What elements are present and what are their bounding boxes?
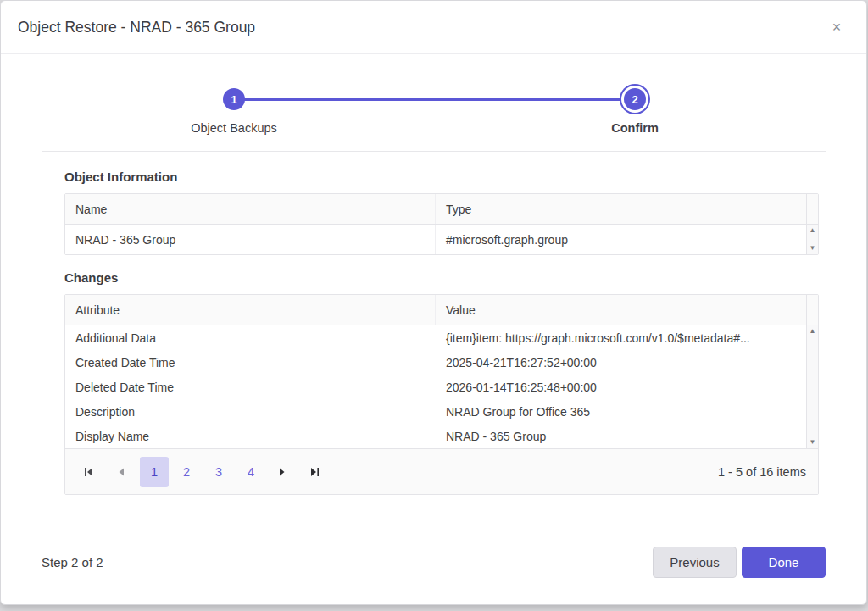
column-header-attribute: Attribute [65, 295, 436, 325]
dialog-footer: Step 2 of 2 Previous Done [42, 547, 826, 578]
table-row[interactable]: Created Date Time 2025-04-21T16:27:52+00… [65, 350, 806, 375]
changes-pager: 1 2 3 4 1 - 5 of 16 items [65, 448, 818, 494]
first-page-icon[interactable] [75, 458, 103, 486]
stepper-step-confirm[interactable]: 2 Confirm [576, 88, 694, 135]
scrollbar-header-spacer [806, 194, 818, 224]
name-cell: NRAD - 365 Group [65, 225, 436, 254]
step-2-indicator[interactable]: 2 [624, 88, 646, 110]
value-cell: 2025-04-21T16:27:52+00:00 [436, 350, 806, 375]
column-header-type: Type [436, 194, 806, 224]
object-information-scrollbar[interactable]: ▲ ▼ [806, 225, 818, 254]
value-cell: NRAD Group for Office 365 [436, 399, 806, 424]
object-information-grid: Name Type NRAD - 365 Group #microsoft.gr… [64, 193, 819, 255]
pager-info-text: 1 - 5 of 16 items [718, 465, 808, 479]
changes-grid: Attribute Value Additional Data {item}it… [64, 294, 819, 495]
next-page-icon[interactable] [269, 458, 296, 486]
table-row[interactable]: Deleted Date Time 2026-01-14T16:25:48+00… [65, 375, 806, 399]
object-restore-dialog: Object Restore - NRAD - 365 Group × 1 Ob… [0, 0, 867, 605]
stepper-step-object-backups[interactable]: 1 Object Backups [175, 88, 293, 135]
column-header-name: Name [65, 194, 436, 224]
column-header-value: Value [436, 295, 806, 325]
attribute-cell: Deleted Date Time [65, 375, 436, 399]
attribute-cell: Created Date Time [65, 350, 436, 375]
step-counter-text: Step 2 of 2 [42, 555, 103, 569]
table-row[interactable]: NRAD - 365 Group #microsoft.graph.group [65, 225, 806, 254]
changes-scrollbar[interactable]: ▲ ▼ [806, 325, 818, 448]
table-row[interactable]: Display Name NRAD - 365 Group [65, 424, 806, 448]
step-2-label: Confirm [576, 121, 694, 135]
step-1-label: Object Backups [175, 121, 293, 135]
scroll-down-icon[interactable]: ▼ [810, 245, 816, 252]
page-number-4[interactable]: 4 [236, 457, 265, 487]
page-number-1[interactable]: 1 [140, 457, 169, 487]
scrollbar-header-spacer [806, 295, 818, 325]
table-row[interactable]: Description NRAD Group for Office 365 [65, 399, 806, 424]
previous-page-icon[interactable] [108, 458, 135, 486]
changes-header-row: Attribute Value [65, 295, 818, 325]
scroll-down-icon[interactable]: ▼ [810, 439, 816, 446]
scroll-up-icon[interactable]: ▲ [810, 227, 816, 234]
last-page-icon[interactable] [301, 458, 328, 486]
object-information-heading: Object Information [64, 169, 826, 184]
previous-button[interactable]: Previous [653, 547, 737, 578]
value-cell: {item}item: https://graph.microsoft.com/… [436, 325, 806, 350]
object-information-header-row: Name Type [65, 194, 818, 225]
attribute-cell: Display Name [65, 424, 436, 448]
dialog-title: Object Restore - NRAD - 365 Group [18, 19, 255, 36]
wizard-stepper: 1 Object Backups 2 Confirm [42, 54, 826, 152]
value-cell: NRAD - 365 Group [436, 424, 806, 448]
changes-heading: Changes [64, 270, 826, 285]
close-icon[interactable]: × [824, 14, 849, 40]
attribute-cell: Description [65, 399, 436, 424]
type-cell: #microsoft.graph.group [436, 225, 806, 254]
dialog-titlebar: Object Restore - NRAD - 365 Group × [1, 1, 866, 54]
attribute-cell: Additional Data [65, 325, 436, 350]
step-1-indicator[interactable]: 1 [223, 88, 245, 110]
done-button[interactable]: Done [742, 547, 826, 578]
page-number-3[interactable]: 3 [204, 457, 233, 487]
table-row[interactable]: Additional Data {item}item: https://grap… [65, 325, 806, 350]
scroll-up-icon[interactable]: ▲ [810, 328, 816, 335]
page-number-2[interactable]: 2 [172, 457, 201, 487]
value-cell: 2026-01-14T16:25:48+00:00 [436, 375, 806, 399]
